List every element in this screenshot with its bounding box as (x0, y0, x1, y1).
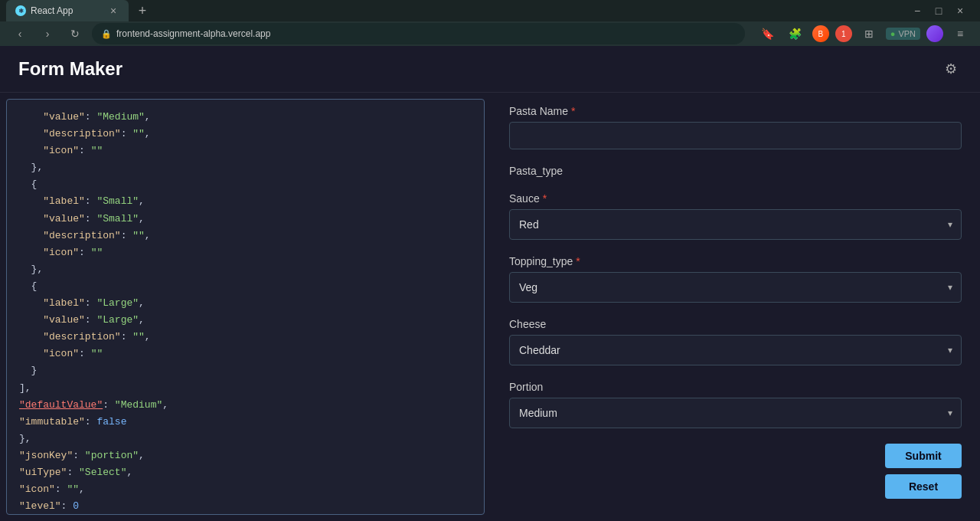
topping-type-select-wrapper: Veg Non-Veg ▾ (509, 272, 962, 303)
sauce-label: Sauce * (509, 192, 962, 205)
topping-type-label: Topping_type * (509, 255, 962, 267)
cheese-label: Cheese (509, 318, 962, 330)
portion-select[interactable]: Small Medium Large (509, 398, 962, 428)
forward-button[interactable]: › (37, 23, 58, 44)
maximize-button[interactable]: □ (931, 3, 946, 18)
app-header: Form Maker ⚙ (0, 46, 980, 93)
portion-field: Portion Small Medium Large ▾ (509, 381, 962, 428)
tab-bar: ⚛ React App × + − □ × (0, 0, 980, 21)
pasta-name-field: Pasta Name * (509, 105, 962, 149)
json-line: "icon": "" (19, 244, 472, 261)
extensions-button[interactable]: 🧩 (785, 23, 806, 44)
json-line: "description": "", (19, 126, 472, 143)
form-buttons: Submit Reset (509, 444, 962, 499)
required-star: * (543, 192, 547, 205)
settings-icon[interactable]: ⚙ (940, 58, 962, 80)
cheese-select[interactable]: Cheddar Mozzarella Parmesan None (509, 335, 962, 365)
cheese-select-wrapper: Cheddar Mozzarella Parmesan None ▾ (509, 335, 962, 365)
notification-icon[interactable]: 1 (835, 25, 852, 42)
portion-select-wrapper: Small Medium Large ▾ (509, 398, 962, 428)
notification-count: 1 (841, 30, 846, 38)
app-content: Form Maker ⚙ "value": "Medium", "descrip… (0, 46, 980, 521)
address-text: frontend-assignment-alpha.vercel.app (116, 28, 270, 39)
tab-close-button[interactable]: × (107, 5, 119, 17)
sauce-select[interactable]: Red White Pesto Arrabbiata (509, 209, 962, 240)
bookmark-button[interactable]: 🔖 (757, 23, 779, 44)
profile-avatar[interactable] (926, 25, 943, 42)
json-line: "description": "", (19, 228, 472, 244)
json-line: "value": "Medium", (19, 109, 472, 126)
pasta-type-label: Pasta_type (509, 165, 962, 177)
back-button[interactable]: ‹ (9, 23, 31, 44)
json-line: "icon": "", (19, 481, 472, 498)
json-line: ], (19, 380, 472, 397)
form-panel: Pasta Name * Pasta_type Sauce * (491, 93, 980, 521)
json-line: "description": "", (19, 329, 472, 346)
json-line: { (19, 278, 472, 295)
vpn-dot: ● (890, 29, 896, 38)
window-controls: − □ × (910, 3, 974, 18)
vpn-badge[interactable]: ● VPN (886, 28, 920, 40)
json-line: "jsonKey": "portion", (19, 447, 472, 464)
main-layout: "value": "Medium", "description": "", "i… (0, 93, 980, 521)
browser-tab[interactable]: ⚛ React App × (6, 0, 129, 21)
json-line: "value": "Small", (19, 211, 472, 228)
browser-chrome: ⚛ React App × + − □ × ‹ › ↻ 🔒 frontend-a… (0, 0, 980, 46)
address-bar[interactable]: 🔒 frontend-assignment-alpha.vercel.app (92, 23, 745, 44)
brave-icon[interactable]: B (812, 25, 829, 42)
pasta-type-field: Pasta_type (509, 165, 962, 177)
close-button[interactable]: × (952, 3, 968, 18)
json-line: }, (19, 261, 472, 278)
reset-button[interactable]: Reset (885, 474, 962, 499)
json-line: "uiType": "Select", (19, 464, 472, 481)
nav-bar: ‹ › ↻ 🔒 frontend-assignment-alpha.vercel… (0, 21, 980, 46)
required-star: * (571, 105, 575, 117)
submit-button[interactable]: Submit (885, 444, 962, 468)
json-line: "icon": "" (19, 346, 472, 362)
minimize-button[interactable]: − (910, 3, 925, 18)
json-panel: "value": "Medium", "description": "", "i… (6, 99, 485, 515)
app-title: Form Maker (18, 58, 122, 80)
json-line: "defaultValue": "Medium", (19, 397, 472, 414)
json-line: "value": "Large", (19, 312, 472, 329)
tab-manager-button[interactable]: ⊞ (858, 23, 880, 44)
portion-label: Portion (509, 381, 962, 393)
topping-type-field: Topping_type * Veg Non-Veg ▾ (509, 255, 962, 303)
tab-favicon: ⚛ (15, 5, 26, 16)
json-editor[interactable]: "value": "Medium", "description": "", "i… (7, 100, 484, 514)
lock-icon: 🔒 (101, 29, 112, 39)
json-line: "label": "Small", (19, 193, 472, 210)
sauce-field: Sauce * Red White Pesto Arrabbiata ▾ (509, 192, 962, 240)
refresh-button[interactable]: ↻ (64, 23, 86, 44)
required-star: * (576, 255, 580, 267)
json-line: }, (19, 431, 472, 447)
tab-label: React App (31, 5, 73, 16)
nav-actions: 🔖 🧩 B 1 ⊞ ● VPN ≡ (757, 23, 971, 44)
pasta-name-label: Pasta Name * (509, 105, 962, 117)
json-line: }, (19, 159, 472, 176)
cheese-field: Cheese Cheddar Mozzarella Parmesan None … (509, 318, 962, 365)
json-line: "icon": "" (19, 143, 472, 159)
json-line: "level": 0 (19, 498, 472, 514)
sauce-select-wrapper: Red White Pesto Arrabbiata ▾ (509, 209, 962, 240)
json-line: { (19, 176, 472, 193)
vpn-label: VPN (898, 29, 916, 38)
new-tab-button[interactable]: + (132, 0, 153, 21)
pasta-name-input[interactable] (509, 122, 962, 149)
json-line: } (19, 362, 472, 379)
topping-type-select[interactable]: Veg Non-Veg (509, 272, 962, 303)
menu-button[interactable]: ≡ (949, 23, 971, 44)
json-line: "immutable": false (19, 414, 472, 431)
json-line: "label": "Large", (19, 295, 472, 312)
